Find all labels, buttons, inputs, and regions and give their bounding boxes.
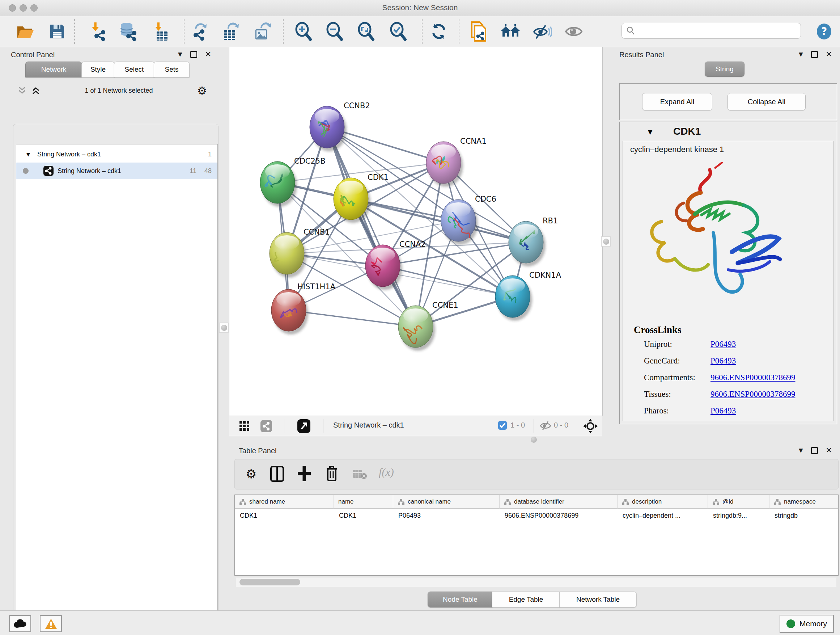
- panel-menu-icon[interactable]: ▼: [799, 447, 803, 454]
- table-panel-title: Table Panel: [239, 447, 277, 455]
- tab-edge-table[interactable]: Edge Table: [492, 592, 560, 608]
- hidden-items-button[interactable]: [564, 21, 584, 42]
- table-cell[interactable]: 9606.ENSP00000378699: [500, 509, 617, 523]
- database-import-icon: [118, 22, 138, 41]
- clone-network-button[interactable]: [468, 21, 488, 42]
- memory-button[interactable]: Memory: [780, 615, 834, 633]
- zoom-out-button[interactable]: [325, 21, 345, 42]
- right-splitter-handle[interactable]: [601, 236, 611, 247]
- network-row[interactable]: String Network – cdk1 11 48: [16, 163, 218, 179]
- column-header-description[interactable]: description: [617, 495, 708, 509]
- control-panel-window-controls: ▼ ✕: [178, 50, 211, 59]
- panel-float-icon[interactable]: [811, 447, 818, 454]
- column-header-namespace[interactable]: namespace: [769, 495, 838, 509]
- stringify-button[interactable]: [500, 21, 521, 42]
- panel-float-icon[interactable]: [190, 51, 197, 58]
- delete-column-trash-icon[interactable]: [325, 465, 338, 482]
- crosslink-link[interactable]: 9606.ENSP00000378699: [711, 390, 796, 399]
- birds-eye-view-icon[interactable]: [583, 418, 598, 434]
- zoom-in-button[interactable]: [294, 21, 314, 42]
- table-cell[interactable]: CDK1: [235, 509, 334, 523]
- search-box[interactable]: [622, 23, 801, 39]
- bottom-splitter-handle[interactable]: [531, 437, 537, 443]
- open-in-window-icon[interactable]: [297, 419, 311, 433]
- tab-string[interactable]: String: [705, 62, 745, 77]
- table-cell[interactable]: stringdb: [769, 509, 838, 523]
- crosslink-link[interactable]: P06493: [711, 340, 736, 349]
- cloud-button[interactable]: [9, 615, 31, 632]
- tab-style[interactable]: Style: [81, 62, 115, 78]
- table-cell[interactable]: stringdb:9...: [708, 509, 769, 523]
- export-network-button[interactable]: [189, 21, 210, 42]
- column-header-database-identifier[interactable]: database identifier: [500, 495, 617, 509]
- network-graph[interactable]: CCNB2CCNA1CDC25BCDK1CDC6RB1CCNB1CCNA2CDK…: [229, 47, 602, 416]
- create-column-plus-icon[interactable]: [297, 465, 311, 482]
- panel-close-icon[interactable]: ✕: [205, 50, 212, 59]
- column-header--id[interactable]: @id: [708, 495, 769, 509]
- collapse-all-button[interactable]: Collapse All: [728, 93, 806, 111]
- tab-node-table[interactable]: Node Table: [428, 592, 493, 608]
- collection-expand-icon[interactable]: ▼: [27, 152, 30, 157]
- memory-label: Memory: [799, 619, 827, 628]
- toolbar-separator: [184, 19, 185, 44]
- open-session-button[interactable]: [15, 21, 35, 42]
- gene-collapse-icon[interactable]: ▼: [648, 128, 652, 135]
- zoom-fit-button[interactable]: [356, 21, 377, 42]
- apply-layout-button[interactable]: [429, 21, 449, 42]
- panel-close-icon[interactable]: ✕: [826, 446, 832, 455]
- table-horizontal-scrollbar[interactable]: [236, 577, 836, 587]
- save-session-button[interactable]: [47, 21, 67, 42]
- table-cell[interactable]: P06493: [393, 509, 500, 523]
- gene-symbol: CDK1: [673, 126, 701, 137]
- panel-float-icon[interactable]: [811, 51, 818, 58]
- expand-collapse-box: Expand All Collapse All: [619, 83, 837, 120]
- network-view-toolbar: String Network – cdk1 1 - 0 0 - 0: [229, 416, 602, 436]
- crosslink-link[interactable]: P06493: [711, 356, 736, 366]
- table-cell[interactable]: CDK1: [334, 509, 393, 523]
- expand-all-networks-icon[interactable]: [31, 86, 41, 95]
- left-splitter-handle[interactable]: [219, 323, 229, 333]
- tab-select[interactable]: Select: [114, 62, 155, 78]
- gene-section: ▼ CDK1 cyclin–dependent kinase 1: [619, 122, 837, 424]
- table-cell[interactable]: cyclin–dependent ...: [617, 509, 708, 523]
- string-view-icon[interactable]: [260, 420, 272, 432]
- toolbar-separator: [283, 19, 284, 44]
- network-collection-row[interactable]: ▼ String Network – cdk1 1: [16, 146, 218, 163]
- show-hide-labels-button[interactable]: [532, 21, 553, 42]
- export-table-button[interactable]: [220, 21, 240, 42]
- panel-close-icon[interactable]: ✕: [826, 50, 832, 59]
- network-options-gear-icon[interactable]: ⚙: [197, 84, 207, 97]
- panel-menu-icon[interactable]: ▼: [799, 51, 803, 57]
- network-view-canvas[interactable]: CCNB2CCNA1CDC25BCDK1CDC6RB1CCNB1CCNA2CDK…: [229, 47, 603, 416]
- crosslink-label: Tissues:: [644, 390, 671, 399]
- scrollbar-thumb[interactable]: [240, 579, 300, 585]
- node-table[interactable]: shared nameCDK1nameCDK1canonical nameP06…: [234, 494, 838, 576]
- crosslink-label: Compartments:: [644, 373, 695, 382]
- show-columns-icon[interactable]: [270, 466, 284, 482]
- toolbar-separator: [459, 19, 459, 44]
- collapse-all-networks-icon[interactable]: [17, 86, 27, 95]
- selected-checkbox-icon[interactable]: [498, 421, 507, 430]
- table-options-gear-icon[interactable]: ⚙: [246, 467, 256, 481]
- expand-all-button[interactable]: Expand All: [642, 93, 712, 111]
- network-export-icon: [190, 22, 209, 41]
- tab-sets[interactable]: Sets: [154, 62, 189, 78]
- zoom-selected-button[interactable]: [388, 21, 409, 42]
- import-network-database-button[interactable]: [118, 21, 139, 42]
- export-image-button[interactable]: [252, 21, 272, 42]
- tab-network[interactable]: Network: [25, 62, 82, 78]
- crosslink-link[interactable]: P06493: [711, 406, 736, 416]
- panel-menu-icon[interactable]: ▼: [178, 51, 182, 57]
- search-input[interactable]: [636, 27, 793, 35]
- column-header-name[interactable]: name: [334, 495, 393, 509]
- column-header-shared-name[interactable]: shared name: [235, 495, 334, 509]
- help-button[interactable]: ?: [815, 21, 834, 42]
- tab-network-table[interactable]: Network Table: [559, 592, 637, 608]
- toolbar-separator: [74, 19, 75, 44]
- import-network-file-button[interactable]: [88, 21, 108, 42]
- crosslink-link[interactable]: 9606.ENSP00000378699: [711, 373, 796, 382]
- grid-view-icon[interactable]: [239, 421, 250, 432]
- warnings-button[interactable]: [40, 615, 62, 632]
- column-header-canonical-name[interactable]: canonical name: [393, 495, 500, 509]
- import-table-button[interactable]: [151, 21, 172, 42]
